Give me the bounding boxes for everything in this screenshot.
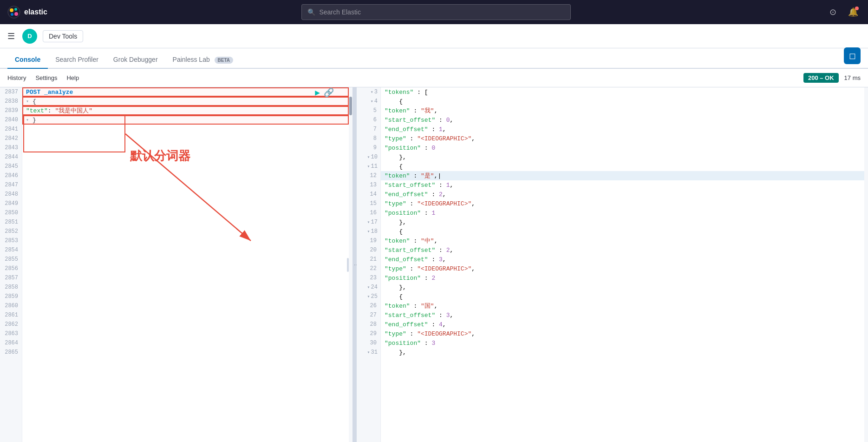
- tab-painless-lab[interactable]: Painless Lab BETA: [165, 51, 241, 69]
- editor-code-line[interactable]: ▾ {: [22, 97, 349, 106]
- editor-code-line[interactable]: [22, 310, 349, 320]
- response-line-num: ▾25: [357, 292, 380, 301]
- response-code-line[interactable]: {: [381, 97, 864, 106]
- tab-grok-debugger[interactable]: Grok Debugger: [106, 51, 165, 69]
- editor-line-num: 2853: [0, 236, 22, 245]
- response-code-line[interactable]: "start_offset" : 1,: [381, 180, 864, 190]
- response-code-line[interactable]: "position" : 0: [381, 143, 864, 152]
- copy-button[interactable]: 🔗: [324, 87, 334, 98]
- dev-tools-button[interactable]: Dev Tools: [43, 30, 83, 42]
- response-code-line[interactable]: {: [381, 227, 864, 236]
- editor-code-line[interactable]: [22, 283, 349, 292]
- elastic-logo[interactable]: elastic: [7, 6, 47, 19]
- editor-code-line[interactable]: [22, 171, 349, 180]
- user-avatar[interactable]: D: [22, 29, 37, 44]
- response-code-line[interactable]: "type" : "<IDEOGRAPHIC>",: [381, 329, 864, 338]
- kibana-button[interactable]: ◻: [844, 47, 861, 64]
- response-code-line[interactable]: "token" : "中",: [381, 236, 864, 245]
- editor-scrollbar[interactable]: [349, 87, 352, 442]
- settings-button[interactable]: Settings: [35, 74, 57, 81]
- beta-badge: BETA: [215, 57, 233, 64]
- editor-code-line[interactable]: [22, 273, 349, 283]
- editor-line-num: 2842: [0, 134, 22, 143]
- response-code-line[interactable]: "position" : 3: [381, 338, 864, 348]
- global-search[interactable]: 🔍 Search Elastic: [301, 4, 571, 20]
- editor-code-line[interactable]: [22, 245, 349, 255]
- response-code-line[interactable]: },: [381, 218, 864, 227]
- tab-search-profiler[interactable]: Search Profiler: [48, 51, 106, 69]
- hamburger-menu[interactable]: ☰: [7, 31, 15, 41]
- editor-code-line[interactable]: [22, 236, 349, 245]
- svg-point-1: [10, 8, 13, 12]
- response-code-line[interactable]: "type" : "<IDEOGRAPHIC>",: [381, 199, 864, 208]
- editor-code-line[interactable]: [22, 264, 349, 273]
- editor-code-line[interactable]: [22, 190, 349, 199]
- editor-code-line[interactable]: [22, 162, 349, 171]
- run-button[interactable]: ▶: [315, 87, 320, 98]
- response-code-line[interactable]: "end_offset" : 2,: [381, 190, 864, 199]
- response-code-line[interactable]: "token" : "是",|: [381, 171, 864, 180]
- tab-console[interactable]: Console: [7, 51, 48, 69]
- response-code-line[interactable]: "type" : "<IDEOGRAPHIC>",: [381, 134, 864, 143]
- editor-code-line[interactable]: POST _analyze: [22, 87, 349, 97]
- response-code-line[interactable]: "token" : "我",: [381, 106, 864, 115]
- editor-line-num: 2861: [0, 310, 22, 320]
- editor-line-num: 2846: [0, 171, 22, 180]
- splitter-handle[interactable]: [347, 258, 349, 272]
- response-code-line[interactable]: "type" : "<IDEOGRAPHIC>",: [381, 264, 864, 273]
- tab-bar-right: ◻: [844, 47, 861, 68]
- editor-line-num: 2865: [0, 348, 22, 357]
- editor-code-line[interactable]: [22, 329, 349, 338]
- editor-code-line[interactable]: ▾ }: [22, 115, 349, 125]
- response-line-num: 7: [357, 125, 380, 134]
- response-line-num: 12: [357, 171, 380, 180]
- panel-splitter[interactable]: ⋮: [353, 87, 357, 442]
- response-code-line[interactable]: },: [381, 283, 864, 292]
- response-code-line[interactable]: "end_offset" : 1,: [381, 125, 864, 134]
- notification-dot: [855, 7, 859, 10]
- history-button[interactable]: History: [7, 74, 26, 81]
- editor-code-line[interactable]: [22, 180, 349, 190]
- editor-code[interactable]: ▶ 🔗 POST _analyze▾ { "text": "我是中国人"▾ }: [22, 87, 349, 442]
- editor-code-line[interactable]: [22, 208, 349, 218]
- response-code-line[interactable]: "position" : 2: [381, 273, 864, 283]
- response-code-line[interactable]: "token" : "国",: [381, 301, 864, 310]
- editor-code-line[interactable]: [22, 134, 349, 143]
- editor-line-numbers: 2837283828392840284128422843284428452846…: [0, 87, 22, 442]
- editor-code-line[interactable]: [22, 320, 349, 329]
- editor-line-num: 2837: [0, 87, 22, 97]
- editor-code-line[interactable]: [22, 301, 349, 310]
- editor-code-line[interactable]: [22, 143, 349, 152]
- editor-panel: 2837283828392840284128422843284428452846…: [0, 87, 353, 442]
- response-code-line[interactable]: "end_offset" : 3,: [381, 255, 864, 264]
- editor-code-line[interactable]: "text": "我是中国人": [22, 106, 349, 115]
- svg-point-3: [14, 12, 18, 16]
- editor-code-line[interactable]: [22, 227, 349, 236]
- response-code-line[interactable]: "start_offset" : 0,: [381, 115, 864, 125]
- response-code-line[interactable]: {: [381, 162, 864, 171]
- response-scrollbar[interactable]: [864, 87, 868, 442]
- response-code-line[interactable]: "position" : 1: [381, 208, 864, 218]
- response-code-line[interactable]: {: [381, 292, 864, 301]
- response-code-line[interactable]: "start_offset" : 2,: [381, 245, 864, 255]
- editor-code-line[interactable]: [22, 125, 349, 134]
- response-line-num: ▾18: [357, 227, 380, 236]
- response-code[interactable]: "tokens" : [ { "token" : "我", "start_off…: [381, 87, 864, 442]
- response-code-line[interactable]: "end_offset" : 4,: [381, 320, 864, 329]
- editor-code-line[interactable]: [22, 152, 349, 162]
- editor-code-line[interactable]: [22, 338, 349, 348]
- response-code-line[interactable]: "start_offset" : 3,: [381, 310, 864, 320]
- response-code-line[interactable]: "tokens" : [: [381, 87, 864, 97]
- editor-code-line[interactable]: [22, 218, 349, 227]
- editor-code-line[interactable]: [22, 292, 349, 301]
- toolbar-right: 200 – OK 17 ms: [803, 73, 861, 83]
- help-button[interactable]: ⊙: [825, 5, 840, 20]
- response-code-line[interactable]: },: [381, 348, 864, 357]
- editor-content[interactable]: 2837283828392840284128422843284428452846…: [0, 87, 352, 442]
- help-button[interactable]: Help: [66, 74, 79, 81]
- editor-code-line[interactable]: [22, 348, 349, 357]
- editor-code-line[interactable]: [22, 199, 349, 208]
- response-code-line[interactable]: },: [381, 152, 864, 162]
- editor-code-line[interactable]: [22, 255, 349, 264]
- notifications-button[interactable]: 🔔: [846, 5, 861, 20]
